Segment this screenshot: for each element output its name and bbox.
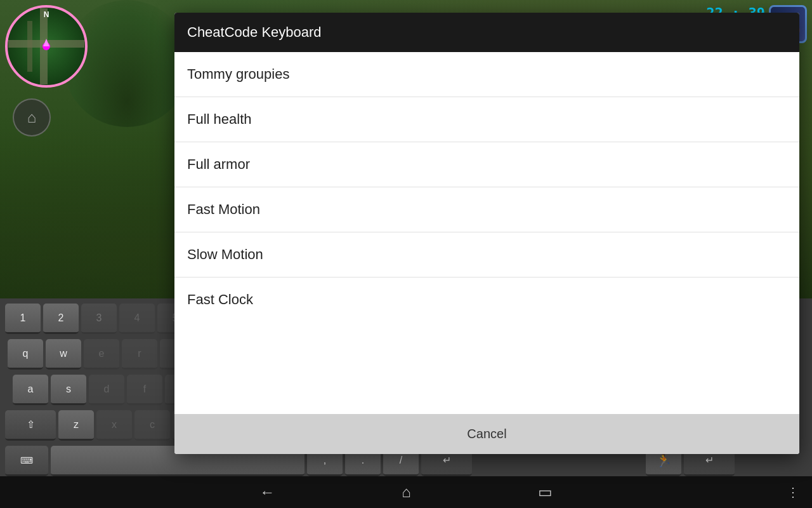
- cheat-full-armor[interactable]: Full armor: [174, 142, 799, 187]
- cheat-full-health[interactable]: Full health: [174, 97, 799, 142]
- cheat-slow-motion[interactable]: Slow Motion: [174, 232, 799, 277]
- dialog-body: Tommy groupies Full health Full armor Fa…: [174, 52, 799, 414]
- dialog-title: CheatCode Keyboard: [174, 13, 799, 52]
- cheat-tommy-groupies[interactable]: Tommy groupies: [174, 52, 799, 97]
- cheatcode-dialog: CheatCode Keyboard Tommy groupies Full h…: [174, 13, 799, 454]
- cheat-fast-motion[interactable]: Fast Motion: [174, 187, 799, 232]
- dialog-overlay: CheatCode Keyboard Tommy groupies Full h…: [0, 0, 812, 508]
- dialog-footer: Cancel: [174, 414, 799, 454]
- cheat-fast-clock[interactable]: Fast Clock: [174, 277, 799, 322]
- cancel-button[interactable]: Cancel: [174, 414, 799, 454]
